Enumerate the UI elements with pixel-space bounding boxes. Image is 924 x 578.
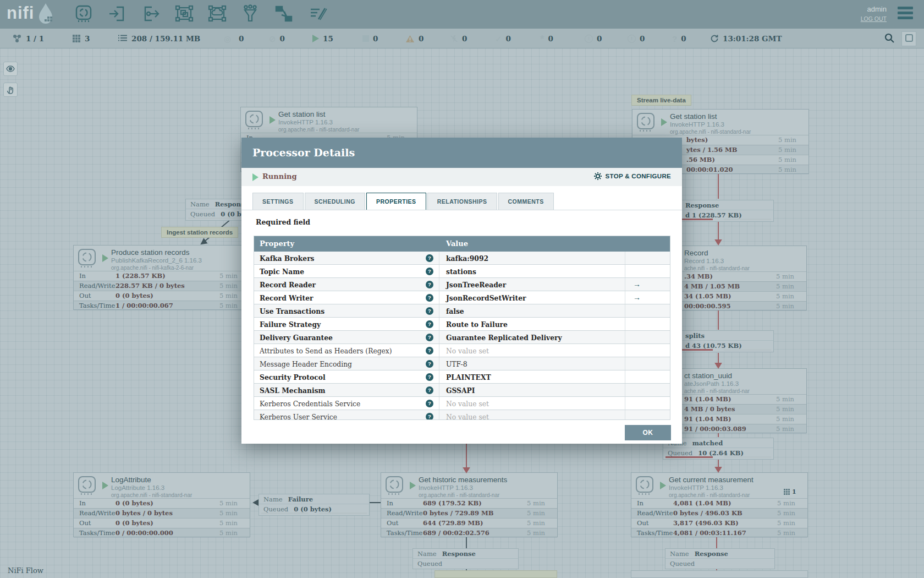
property-value[interactable]: Route to Failure bbox=[446, 320, 508, 329]
tab-comments[interactable]: COMMENTS bbox=[498, 193, 554, 210]
help-icon[interactable]: ? bbox=[426, 360, 433, 368]
canvas-label-stream-live-data[interactable]: Stream live-data bbox=[631, 95, 691, 106]
help-icon[interactable]: ? bbox=[426, 307, 433, 315]
search-button[interactable] bbox=[882, 31, 897, 46]
tab-scheduling[interactable]: SCHEDULING bbox=[305, 193, 365, 210]
hide-summary-button[interactable] bbox=[901, 31, 916, 46]
property-value[interactable]: JsonTreeReader bbox=[446, 281, 506, 289]
global-menu-button[interactable] bbox=[898, 7, 914, 21]
help-icon[interactable]: ? bbox=[426, 334, 433, 341]
add-processor-button[interactable] bbox=[74, 4, 94, 24]
add-remote-process-group-button[interactable] bbox=[207, 4, 227, 24]
processor-bundle: org.apache.nifi - nifi-standard-nar bbox=[278, 127, 359, 133]
property-value[interactable]: No value set bbox=[446, 400, 489, 408]
running-status-icon bbox=[661, 118, 667, 126]
property-value[interactable]: UTF-8 bbox=[446, 361, 468, 368]
property-row[interactable]: Delivery Guarantee? Guarantee Replicated… bbox=[254, 331, 670, 344]
input-port-icon bbox=[108, 4, 127, 23]
stale-icon: ↑ bbox=[585, 35, 593, 43]
up-to-date-icon: ✓ bbox=[495, 35, 502, 43]
property-value[interactable]: stations bbox=[446, 268, 476, 276]
help-icon[interactable]: ? bbox=[426, 254, 433, 262]
property-row[interactable]: Kerberos User Service? No value set bbox=[254, 410, 670, 420]
go-to-service-icon[interactable]: → bbox=[633, 278, 641, 291]
help-icon[interactable]: ? bbox=[426, 347, 433, 355]
required-field-note: Required field bbox=[256, 218, 310, 226]
property-row[interactable]: Failure Strategy? Route to Failure bbox=[254, 318, 670, 331]
property-value[interactable]: No value set bbox=[446, 413, 489, 420]
running-status-icon bbox=[102, 482, 108, 489]
processor-name: LogAttribute bbox=[111, 476, 151, 484]
tab-settings[interactable]: SETTINGS bbox=[252, 193, 304, 210]
processor-icon bbox=[77, 476, 97, 497]
help-icon[interactable]: ? bbox=[426, 281, 433, 288]
property-row[interactable]: Message Header Encoding? UTF-8 bbox=[254, 357, 670, 370]
cluster-node-badge: 1 bbox=[784, 488, 796, 495]
property-value[interactable]: GSSAPI bbox=[446, 386, 475, 395]
property-row[interactable]: Kafka Brokers? kafka:9092 bbox=[254, 252, 670, 265]
processor-get-current-measurement[interactable]: Get current measurement InvokeHTTP 1.16.… bbox=[631, 472, 808, 537]
ok-button[interactable]: OK bbox=[625, 425, 671, 440]
up-to-date-count-status: ✓0 bbox=[495, 29, 511, 48]
help-icon[interactable]: ? bbox=[426, 373, 433, 381]
running-status-icon bbox=[270, 116, 276, 124]
help-icon[interactable]: ? bbox=[426, 413, 433, 420]
help-icon[interactable]: ? bbox=[426, 268, 433, 275]
stale-count-status: ↑0 bbox=[585, 29, 602, 48]
stop-and-configure-button[interactable]: STOP & CONFIGURE bbox=[593, 172, 671, 181]
refresh-time: 13:01:28 GMT bbox=[723, 34, 782, 43]
processor-type: LogAttribute 1.16.3 bbox=[111, 484, 164, 491]
processor-produce-station-records[interactable]: Produce station records PublishKafkaReco… bbox=[73, 245, 250, 310]
add-label-button[interactable] bbox=[308, 4, 328, 24]
property-name: SASL Mechanism bbox=[260, 386, 326, 395]
property-value[interactable]: JsonRecordSetWriter bbox=[446, 294, 526, 302]
property-value[interactable]: kafka:9092 bbox=[446, 254, 488, 263]
clipped-component bbox=[435, 570, 557, 578]
property-value[interactable]: PLAINTEXT bbox=[446, 373, 491, 381]
help-icon[interactable]: ? bbox=[426, 294, 433, 302]
breadcrumb[interactable]: NiFi Flow bbox=[8, 566, 43, 575]
processor-name: Get station list bbox=[670, 112, 717, 121]
tab-properties[interactable]: PROPERTIES bbox=[366, 193, 426, 210]
connection-response-historic[interactable]: NameResponse Queued bbox=[413, 548, 519, 569]
processor-name: Get station list bbox=[278, 110, 326, 118]
processor-icon bbox=[384, 476, 404, 497]
add-output-port-button[interactable] bbox=[141, 4, 161, 24]
add-process-group-button[interactable] bbox=[174, 4, 194, 24]
property-value[interactable]: false bbox=[446, 307, 464, 315]
remote-process-group-icon bbox=[208, 4, 227, 23]
disabled-icon bbox=[450, 35, 458, 43]
navigate-palette-button[interactable] bbox=[3, 62, 18, 76]
property-row[interactable]: Attributes to Send as Headers (Regex)? N… bbox=[254, 344, 670, 357]
property-row[interactable]: Kerberos Credentials Service? No value s… bbox=[254, 397, 670, 410]
add-input-port-button[interactable] bbox=[107, 4, 127, 24]
processor-logattribute[interactable]: LogAttribute LogAttribute 1.16.3 org.apa… bbox=[73, 472, 250, 537]
logout-link[interactable]: LOG OUT bbox=[861, 15, 887, 22]
nifi-drop-icon bbox=[36, 2, 56, 25]
canvas-label-ingest-station-records[interactable]: Ingest station records bbox=[161, 227, 238, 238]
property-row[interactable]: Record Reader? JsonTreeReader → bbox=[254, 278, 670, 291]
queue-indicator bbox=[666, 456, 771, 458]
property-row[interactable]: Use Transactions? false bbox=[254, 304, 670, 318]
connection-response-current[interactable]: NameResponse Queued bbox=[665, 548, 775, 569]
go-to-service-icon[interactable]: → bbox=[633, 291, 641, 304]
property-value[interactable]: Guarantee Replicated Delivery bbox=[446, 334, 562, 342]
tab-relationships[interactable]: RELATIONSHIPS bbox=[427, 193, 497, 210]
property-row[interactable]: Security Protocol? PLAINTEXT bbox=[254, 370, 670, 384]
property-row[interactable]: Topic Name? stations bbox=[254, 265, 670, 278]
add-funnel-button[interactable] bbox=[240, 4, 260, 24]
connection-failure[interactable]: NameFailure Queued0 (0 bytes) bbox=[258, 494, 370, 516]
property-row[interactable]: Record Writer? JsonRecordSetWriter → bbox=[254, 291, 670, 304]
help-icon[interactable]: ? bbox=[426, 386, 433, 394]
dialog-header: Processor Details bbox=[241, 138, 682, 168]
operate-palette-button[interactable] bbox=[3, 83, 18, 97]
help-icon[interactable]: ? bbox=[426, 320, 433, 328]
refresh-icon bbox=[710, 34, 719, 43]
property-row[interactable]: SASL Mechanism? GSSAPI bbox=[254, 384, 670, 397]
help-icon[interactable]: ? bbox=[426, 400, 433, 407]
property-value[interactable]: No value set bbox=[446, 347, 489, 355]
processor-get-historic-measurements[interactable]: Get historic measurements InvokeHTTP 1.1… bbox=[381, 472, 558, 537]
processor-type: InvokeHTTP 1.16.3 bbox=[278, 119, 333, 126]
add-template-button[interactable] bbox=[274, 4, 294, 24]
hand-icon bbox=[7, 85, 14, 94]
